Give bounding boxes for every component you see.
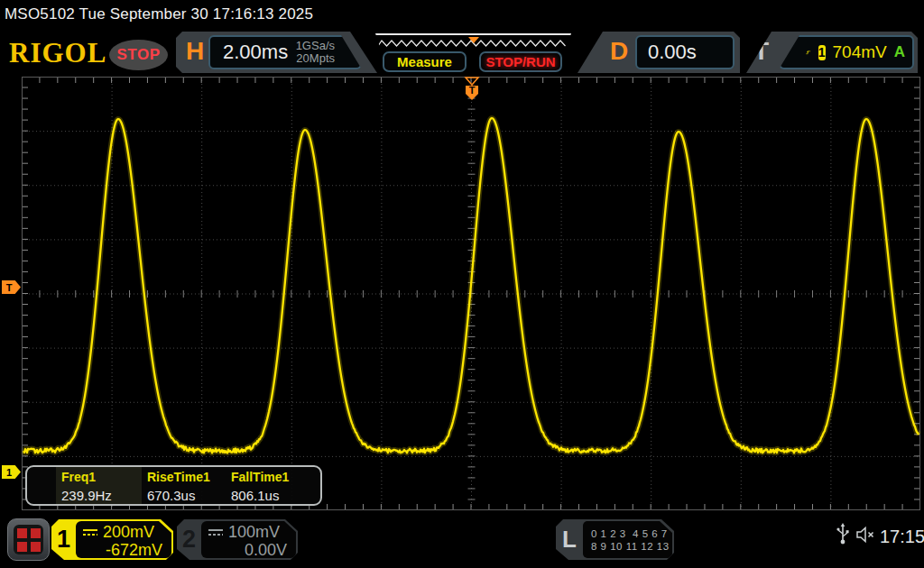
measurement-risetime1[interactable]: RiseTime1 670.3us bbox=[147, 470, 210, 503]
timebase-box[interactable]: 2.00ms 1GSa/s 20Mpts bbox=[208, 35, 362, 69]
usb-icon bbox=[836, 523, 850, 546]
trigger-label: T bbox=[753, 37, 769, 66]
channel2-offset: 0.00V bbox=[201, 541, 296, 560]
measurement-label: FallTime1 bbox=[231, 470, 289, 484]
sample-rate: 1GSa/s bbox=[296, 39, 335, 52]
measurement-value: 670.3us bbox=[147, 488, 210, 503]
stop-run-button[interactable]: STOP/RUN bbox=[479, 51, 562, 72]
trigger-level-marker[interactable]: T bbox=[2, 280, 21, 294]
horizontal-label: H bbox=[186, 37, 204, 66]
delay-label: D bbox=[610, 37, 628, 66]
measurement-value: 806.1us bbox=[231, 488, 289, 503]
status-bar: MSO5102 Tue September 30 17:16:13 2025 bbox=[0, 0, 924, 30]
channel2-number: 2 bbox=[177, 519, 201, 560]
run-state-indicator: STOP bbox=[109, 40, 168, 70]
logic-label: L bbox=[556, 519, 583, 560]
rigol-logo: RIGOL bbox=[9, 37, 106, 69]
speaker-muted-icon bbox=[855, 526, 879, 544]
timebase-value: 2.00ms bbox=[223, 41, 288, 64]
clock: 17:15 bbox=[880, 527, 924, 547]
model-and-datetime: MSO5102 Tue September 30 17:16:13 2025 bbox=[5, 5, 313, 23]
memory-depth: 20Mpts bbox=[296, 51, 335, 65]
run-state-label: STOP bbox=[117, 46, 161, 64]
rising-edge-icon bbox=[806, 44, 811, 60]
measurement-label: Freq1 bbox=[61, 470, 112, 484]
logic-channels-row1: 0 1 2 3 4 5 6 7 bbox=[591, 527, 672, 540]
trigger-position-letter: T bbox=[469, 85, 476, 96]
measurement-freq1[interactable]: Freq1 239.9Hz bbox=[61, 470, 112, 503]
trigger-position-marker[interactable]: T bbox=[464, 77, 480, 101]
channel2-panel: 100mV 0.00V bbox=[201, 521, 296, 558]
sample-rate-memdepth: 1GSa/s 20Mpts bbox=[296, 40, 335, 65]
trigger-box[interactable]: 1 704mV A bbox=[779, 35, 914, 69]
channel1-tab[interactable]: 1 200mV -672mV bbox=[51, 519, 173, 560]
ch1-ground-letter: 1 bbox=[6, 467, 12, 478]
logic-channels-row2: 8 9 10 11 12 13 14 15 bbox=[591, 540, 672, 553]
measurement-falltime1[interactable]: FallTime1 806.1us bbox=[231, 470, 289, 503]
channel2-scale: 100mV bbox=[228, 523, 280, 542]
bottom-bar: 1 200mV -672mV 2 100mV 0.00V L bbox=[0, 514, 924, 568]
menu-grid-icon bbox=[14, 525, 43, 554]
preview-trigger-marker[interactable] bbox=[468, 37, 479, 43]
logic-analyzer-tab[interactable]: L 0 1 2 3 4 5 6 7 8 9 10 11 12 13 14 15 bbox=[556, 519, 674, 560]
trigger-source-badge: 1 bbox=[818, 45, 826, 60]
channel1-scale: 200mV bbox=[103, 523, 154, 542]
measure-button[interactable]: Measure bbox=[383, 51, 467, 72]
graticule-and-trace bbox=[22, 77, 920, 510]
delay-settings-box[interactable]: D 0.00s bbox=[578, 32, 740, 73]
trigger-sweep-mode: A bbox=[894, 43, 905, 61]
channel1-offset: -672mV bbox=[76, 541, 171, 560]
header-bar: RIGOL STOP H 2.00ms 1GSa/s 20Mpts Measur… bbox=[0, 30, 924, 75]
memory-waveform-preview[interactable] bbox=[375, 33, 571, 52]
dc-coupling-icon bbox=[208, 529, 223, 536]
waveform-display[interactable] bbox=[22, 77, 920, 510]
function-menu-button[interactable] bbox=[7, 518, 50, 561]
measurement-label: RiseTime1 bbox=[147, 470, 210, 484]
oscilloscope-screen: MSO5102 Tue September 30 17:16:13 2025 R… bbox=[0, 0, 924, 568]
logic-channels-panel: 0 1 2 3 4 5 6 7 8 9 10 11 12 13 14 15 bbox=[583, 521, 672, 558]
channel1-panel: 200mV -672mV bbox=[76, 521, 171, 558]
dc-coupling-icon bbox=[83, 529, 97, 536]
delay-value: 0.00s bbox=[648, 41, 697, 64]
trigger-settings-box[interactable]: T 1 704mV A bbox=[746, 32, 918, 73]
measurement-results-popup[interactable]: Freq1 239.9Hz RiseTime1 670.3us FallTime… bbox=[25, 465, 322, 506]
delay-box[interactable]: 0.00s bbox=[635, 35, 735, 69]
horizontal-settings-box[interactable]: H 2.00ms 1GSa/s 20Mpts bbox=[176, 32, 377, 73]
channel1-number: 1 bbox=[51, 519, 76, 560]
measurement-value: 239.9Hz bbox=[61, 488, 112, 503]
ch1-ground-marker[interactable]: 1 bbox=[2, 465, 21, 479]
trigger-level-letter: T bbox=[6, 282, 13, 293]
channel2-tab[interactable]: 2 100mV 0.00V bbox=[177, 519, 298, 560]
trigger-level-value: 704mV bbox=[833, 42, 887, 62]
